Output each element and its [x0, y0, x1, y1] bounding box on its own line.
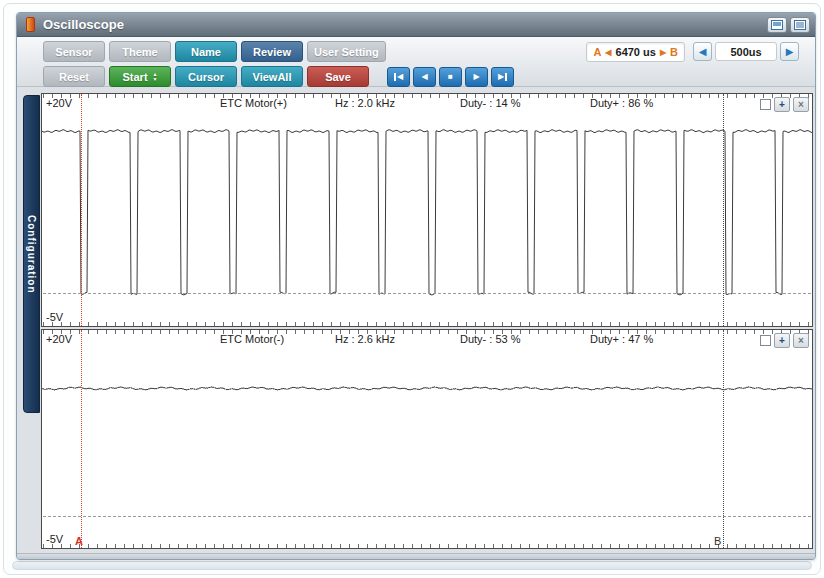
right-arrow-icon: ▶: [786, 46, 794, 57]
zero-volt-dashed-line: [43, 516, 811, 517]
spinner-arrows-icon: ▲▼: [153, 72, 158, 82]
left-arrow-icon: ◀: [699, 46, 707, 57]
duty-plus-readout: Duty+ : 86 %: [590, 97, 653, 109]
cursor-b-label: B: [670, 46, 678, 58]
theme-button[interactable]: Theme: [109, 41, 171, 62]
outer-frame: Oscilloscope Sensor Theme Name Review Us…: [3, 3, 821, 575]
channel-controls: + ×: [760, 97, 809, 112]
reset-button[interactable]: Reset: [43, 66, 105, 87]
window-title: Oscilloscope: [43, 17, 764, 32]
window-footer: [17, 553, 815, 559]
back-icon: ◀: [421, 72, 427, 81]
skip-to-end-button[interactable]: ▶: [491, 67, 514, 87]
close-channel-button[interactable]: ×: [793, 97, 809, 112]
skip-to-start-button[interactable]: ◀: [387, 67, 410, 87]
close-icon: ×: [798, 335, 804, 346]
stop-icon: ■: [448, 72, 453, 81]
channel-panel-2: +20V ETC Motor(-) Hz : 2.6 kHz Duty- : 5…: [41, 329, 813, 549]
top-ticks: [43, 330, 811, 334]
timebase-value: 500us: [715, 42, 777, 61]
cursor-a-line[interactable]: [81, 330, 82, 548]
vmin-label: -5V: [46, 533, 63, 545]
layout-button[interactable]: [790, 17, 810, 33]
capture-button[interactable]: [767, 17, 787, 33]
cursor-b-tag[interactable]: B: [714, 535, 721, 547]
channel-panel-1: +20V ETC Motor(+) Hz : 2.0 kHz Duty- : 1…: [41, 93, 813, 327]
viewall-button[interactable]: ViewAll: [241, 66, 303, 87]
timebase-decrease-button[interactable]: ◀: [693, 42, 712, 61]
cursor-a-line[interactable]: [81, 94, 82, 326]
duty-minus-readout: Duty- : 14 %: [460, 97, 521, 109]
bar-icon: [394, 73, 396, 81]
duty-minus-readout: Duty- : 53 %: [460, 333, 521, 345]
zero-volt-dashed-line: [43, 293, 811, 294]
configuration-tab-label: Configuration: [26, 215, 37, 294]
cursor-a-tag[interactable]: A: [75, 535, 83, 547]
ab-range-display: A ◀ 6470 us ▶ B: [586, 42, 685, 62]
app-window: Oscilloscope Sensor Theme Name Review Us…: [16, 12, 816, 560]
a-left-arrow-icon[interactable]: ◀: [605, 48, 611, 57]
frequency-readout: Hz : 2.6 kHz: [335, 333, 395, 345]
expand-channel-button[interactable]: +: [774, 333, 790, 348]
bottom-ticks: [43, 544, 811, 548]
user-setting-button[interactable]: User Setting: [307, 41, 386, 62]
toolbar-row-2: Reset Start ▲▼ Cursor ViewAll Save ◀ ◀ ■…: [43, 66, 815, 87]
start-button[interactable]: Start ▲▼: [109, 66, 171, 87]
plus-icon: +: [779, 99, 785, 110]
duty-plus-readout: Duty+ : 47 %: [590, 333, 653, 345]
cursor-button[interactable]: Cursor: [175, 66, 237, 87]
toolbar: Sensor Theme Name Review User Setting Re…: [17, 37, 815, 87]
expand-channel-button[interactable]: +: [774, 97, 790, 112]
channel-name: ETC Motor(-): [220, 333, 284, 345]
channel-enable-checkbox[interactable]: [760, 99, 771, 110]
plus-icon: +: [779, 335, 785, 346]
start-button-label: Start: [122, 71, 147, 83]
top-ticks: [43, 94, 811, 98]
vmax-label: +20V: [46, 333, 72, 345]
step-back-button[interactable]: ◀: [413, 67, 436, 87]
ab-time-value: 6470 us: [616, 46, 656, 58]
forward-icon: ▶: [498, 72, 504, 81]
scope-area: Configuration +20V ETC Motor(+) Hz : 2.0…: [17, 87, 815, 553]
back-icon: ◀: [397, 72, 403, 81]
bar-icon: [505, 73, 507, 81]
channel-controls: + ×: [760, 333, 809, 348]
timebase-control: ◀ 500us ▶: [693, 42, 799, 61]
channel-name: ETC Motor(+): [220, 97, 287, 109]
play-button[interactable]: ▶: [465, 67, 488, 87]
timebase-increase-button[interactable]: ▶: [780, 42, 799, 61]
name-button[interactable]: Name: [175, 41, 237, 62]
play-icon: ▶: [473, 72, 479, 81]
app-icon: [26, 17, 35, 32]
vmax-label: +20V: [46, 97, 72, 109]
image-icon: [771, 20, 783, 30]
list-icon: [794, 20, 806, 30]
waveform-ch1: [42, 94, 812, 326]
configuration-tab[interactable]: Configuration: [23, 95, 40, 413]
stop-button[interactable]: ■: [439, 67, 462, 87]
close-icon: ×: [798, 99, 804, 110]
sensor-button[interactable]: Sensor: [43, 41, 105, 62]
cursor-b-line[interactable]: [723, 94, 724, 326]
save-button[interactable]: Save: [307, 66, 369, 87]
frequency-readout: Hz : 2.0 kHz: [335, 97, 395, 109]
frame-bottom-edge: [12, 561, 812, 570]
playback-controls: ◀ ◀ ■ ▶ ▶: [387, 67, 514, 87]
review-button[interactable]: Review: [241, 41, 303, 62]
cursor-a-label: A: [593, 46, 601, 58]
title-bar: Oscilloscope: [17, 13, 815, 37]
bottom-ticks: [43, 322, 811, 326]
vmin-label: -5V: [46, 311, 63, 323]
close-channel-button[interactable]: ×: [793, 333, 809, 348]
channel-enable-checkbox[interactable]: [760, 335, 771, 346]
b-right-arrow-icon[interactable]: ▶: [660, 48, 666, 57]
cursor-b-line[interactable]: [723, 330, 724, 548]
